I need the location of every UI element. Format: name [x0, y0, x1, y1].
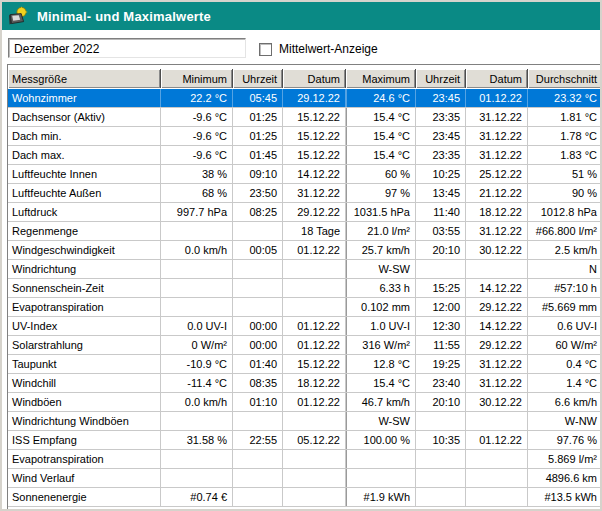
table-row[interactable]: Dach max.-9.6 °C01:4515.12.2215.4 °C23:3…: [8, 146, 602, 165]
table-row[interactable]: Evapotranspiration0.102 mm12:0029.12.22#…: [8, 298, 602, 317]
cell-datum-min: 15.12.22: [283, 146, 346, 164]
cell-durchschnitt: 2.5 km/h: [528, 241, 602, 259]
cell-messgroesse: Sonnenenergie: [8, 488, 161, 506]
cell-uhrzeit-max: 23:45: [416, 89, 466, 107]
cell-maximum: W-SW: [346, 260, 416, 278]
cell-minimum: -9.6 °C: [161, 108, 233, 126]
minmax-table: MessgrößeMinimumUhrzeitDatumMaximumUhrze…: [7, 64, 602, 509]
cell-datum-max: 30.12.22: [466, 393, 528, 411]
cell-uhrzeit-min: 23:50: [233, 184, 283, 202]
cell-maximum: 15.4 °C: [346, 374, 416, 392]
weather-station-icon: [8, 6, 29, 27]
cell-datum-max: 14.12.22: [466, 317, 528, 335]
table-row[interactable]: Windchill-11.4 °C08:3518.12.2215.4 °C23:…: [8, 374, 602, 393]
cell-maximum: [346, 450, 416, 468]
table-row[interactable]: Wohnzimmer22.2 °C05:4529.12.2224.6 °C23:…: [8, 89, 602, 108]
table-row[interactable]: Windrichtung WindböenW-SWW-NW: [8, 412, 602, 431]
table-row[interactable]: Luftdruck997.7 hPa08:2529.12.221031.5 hP…: [8, 203, 602, 222]
period-input[interactable]: Dezember 2022: [8, 38, 246, 58]
table-row[interactable]: Sonnenenergie#0.74 €#1.9 kWh#13.5 kWh: [8, 488, 602, 507]
cell-maximum: 6.33 h: [346, 279, 416, 297]
cell-maximum: W-SW: [346, 412, 416, 430]
cell-datum-min: 31.12.22: [283, 184, 346, 202]
header-cell-uhrzeit-max[interactable]: Uhrzeit: [416, 69, 466, 88]
minmax-window: Minimal- und Maximalwerte Dezember 2022 …: [0, 0, 602, 511]
cell-maximum: 15.4 °C: [346, 146, 416, 164]
table-row[interactable]: Taupunkt-10.9 °C01:4015.12.2212.8 °C19:2…: [8, 355, 602, 374]
table-row[interactable]: Solarstrahlung0 W/m²00:0001.12.22316 W/m…: [8, 336, 602, 355]
cell-maximum: 25.7 km/h: [346, 241, 416, 259]
cell-datum-min: [283, 488, 346, 506]
cell-datum-min: 18.12.22: [283, 374, 346, 392]
cell-minimum: [161, 222, 233, 240]
cell-uhrzeit-min: [233, 469, 283, 487]
cell-durchschnitt: 1.4 °C: [528, 374, 602, 392]
cell-datum-max: [466, 412, 528, 430]
cell-uhrzeit-max: 12:00: [416, 298, 466, 316]
cell-minimum: 0.0 km/h: [161, 393, 233, 411]
table-row[interactable]: Dachsensor (Aktiv)-9.6 °C01:2515.12.2215…: [8, 108, 602, 127]
header-cell-maximum[interactable]: Maximum: [346, 69, 416, 88]
table-row[interactable]: Wind Verlauf4896.6 km: [8, 469, 602, 488]
cell-datum-min: [283, 260, 346, 278]
cell-minimum: [161, 260, 233, 278]
cell-minimum: [161, 450, 233, 468]
table-row[interactable]: Windgeschwindigkeit0.0 km/h00:0501.12.22…: [8, 241, 602, 260]
header-cell-minimum[interactable]: Minimum: [161, 69, 233, 88]
cell-durchschnitt: #66.800 l/m²: [528, 222, 602, 240]
cell-datum-max: 31.12.22: [466, 374, 528, 392]
cell-datum-min: 15.12.22: [283, 127, 346, 145]
cell-datum-max: 18.12.22: [466, 203, 528, 221]
cell-datum-min: 01.12.22: [283, 336, 346, 354]
cell-maximum: 97 %: [346, 184, 416, 202]
cell-datum-min: 01.12.22: [283, 241, 346, 259]
cell-messgroesse: Luftdruck: [8, 203, 161, 221]
cell-uhrzeit-max: 23:35: [416, 108, 466, 126]
cell-messgroesse: Windchill: [8, 374, 161, 392]
cell-messgroesse: Dach min.: [8, 127, 161, 145]
cell-messgroesse: Solarstrahlung: [8, 336, 161, 354]
table-header-row: MessgrößeMinimumUhrzeitDatumMaximumUhrze…: [8, 69, 602, 88]
header-cell-durchschnitt[interactable]: Durchschnitt: [528, 69, 602, 88]
table-row[interactable]: Dach min.-9.6 °C01:2515.12.2215.4 °C23:4…: [8, 127, 602, 146]
cell-datum-min: [283, 469, 346, 487]
mittelwert-checkbox[interactable]: [259, 43, 272, 56]
header-cell-messgroesse[interactable]: Messgröße: [8, 69, 161, 88]
cell-uhrzeit-min: 08:25: [233, 203, 283, 221]
cell-durchschnitt: 51 %: [528, 165, 602, 183]
cell-messgroesse: Wohnzimmer: [8, 89, 161, 107]
cell-datum-max: 31.12.22: [466, 127, 528, 145]
cell-minimum: 22.2 °C: [161, 89, 233, 107]
table-row[interactable]: Luftfeuchte Außen68 %23:5031.12.2297 %13…: [8, 184, 602, 203]
cell-datum-min: 05.12.22: [283, 431, 346, 449]
window-title: Minimal- und Maximalwerte: [37, 9, 211, 24]
header-cell-uhrzeit-min[interactable]: Uhrzeit: [233, 69, 283, 88]
cell-uhrzeit-max: 11:40: [416, 203, 466, 221]
cell-messgroesse: Dachsensor (Aktiv): [8, 108, 161, 126]
cell-minimum: [161, 279, 233, 297]
cell-maximum: 100.00 %: [346, 431, 416, 449]
cell-maximum: 60 %: [346, 165, 416, 183]
cell-uhrzeit-max: [416, 469, 466, 487]
table-row[interactable]: Evapotranspiration5.869 l/m²: [8, 450, 602, 469]
title-bar[interactable]: Minimal- und Maximalwerte: [2, 2, 600, 30]
header-cell-datum-min[interactable]: Datum: [283, 69, 346, 88]
table-row[interactable]: Sonnenschein-Zeit6.33 h15:2514.12.22#57:…: [8, 279, 602, 298]
cell-datum-max: [466, 488, 528, 506]
header-cell-datum-max[interactable]: Datum: [466, 69, 528, 88]
table-row[interactable]: Regenmenge18 Tage21.0 l/m²03:5531.12.22#…: [8, 222, 602, 241]
table-row[interactable]: Windböen0.0 km/h01:1001.12.2246.7 km/h20…: [8, 393, 602, 412]
cell-durchschnitt: 60 W/m²: [528, 336, 602, 354]
table-row[interactable]: WindrichtungW-SWN: [8, 260, 602, 279]
table-row[interactable]: UV-Index0.0 UV-I00:0001.12.221.0 UV-I12:…: [8, 317, 602, 336]
cell-datum-max: 01.12.22: [466, 89, 528, 107]
table-row[interactable]: Luftfeuchte Innen38 %09:1014.12.2260 %10…: [8, 165, 602, 184]
cell-datum-min: 14.12.22: [283, 165, 346, 183]
cell-minimum: -11.4 °C: [161, 374, 233, 392]
cell-maximum: 0.102 mm: [346, 298, 416, 316]
cell-minimum: 0.0 UV-I: [161, 317, 233, 335]
table-row[interactable]: ISS Empfang31.58 %22:5505.12.22100.00 %1…: [8, 431, 602, 450]
cell-uhrzeit-min: [233, 412, 283, 430]
cell-maximum: 15.4 °C: [346, 108, 416, 126]
cell-maximum: 12.8 °C: [346, 355, 416, 373]
